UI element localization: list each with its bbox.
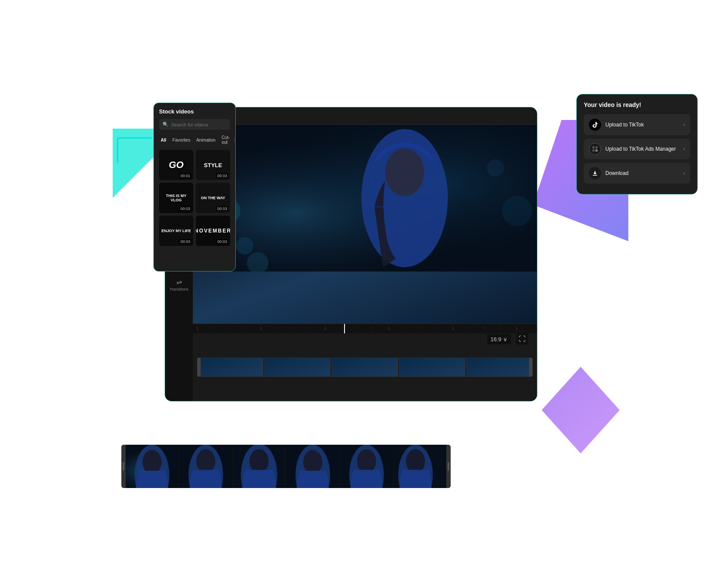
svg-rect-12 [595, 146, 598, 149]
film-frame [286, 445, 339, 488]
timeline-ruler [193, 324, 537, 333]
filter-cutout[interactable]: Cut-out [220, 134, 231, 146]
filter-dropdown[interactable]: ∨ [234, 137, 236, 143]
video-background [193, 125, 537, 272]
timeline-track [193, 333, 537, 401]
transitions-icon: ⇌ [176, 278, 182, 286]
arrow-icon: › [683, 122, 685, 128]
aspect-ratio-dropdown-icon: ∨ [503, 336, 507, 343]
thumb-text: STYLE [202, 160, 224, 170]
thumb-text: THIS IS MY VLOG [159, 192, 193, 204]
filter-animation[interactable]: Animation [195, 137, 217, 143]
thumb-duration: 00:01 [179, 173, 192, 178]
timeline-area [193, 323, 537, 401]
handle-grip [448, 462, 449, 471]
ruler-marks [197, 327, 533, 330]
video-preview [193, 125, 537, 323]
sidebar-item-transitions[interactable]: ⇌ Transitions [168, 274, 190, 296]
thumb-text: NOVEMBER [196, 228, 230, 234]
thumb-duration: 00:03 [216, 239, 228, 244]
thumb-text: GO [169, 159, 183, 171]
film-frame [179, 445, 232, 488]
stock-thumb-go[interactable]: GO 00:01 [159, 150, 193, 180]
content-area: 16:9 ∨ ⛶ [193, 125, 537, 401]
aspect-ratio-value: 16:9 [491, 336, 501, 343]
stock-search-bar[interactable]: 🔍 [159, 119, 230, 130]
download-label: Download [605, 170, 628, 176]
clip-thumb [264, 358, 331, 377]
film-frame [340, 445, 393, 488]
svg-point-22 [196, 449, 215, 473]
film-strip-handle-right[interactable] [446, 445, 451, 488]
upload-tiktok-button[interactable]: Upload to TikTok › [584, 114, 690, 135]
search-input[interactable] [171, 122, 231, 127]
stock-thumb-enjoy[interactable]: ENJOY MY LIFE 00:03 [159, 216, 193, 246]
clip-thumb [332, 358, 398, 377]
svg-rect-14 [595, 149, 598, 152]
svg-point-7 [487, 159, 504, 177]
stock-panel-title: Stock videos [159, 108, 230, 115]
filter-bar: All Favorites Animation Cut-out ∨ [159, 134, 230, 146]
upload-tiktok-ads-label: Upload to TikTok Ads Manager [605, 146, 676, 152]
thumb-duration: 00:03 [216, 173, 228, 178]
frame-image [179, 445, 232, 488]
bg-shape-purple2 [542, 367, 620, 453]
timeline-clip [197, 358, 533, 377]
filter-favorites[interactable]: Favorites [171, 137, 192, 143]
film-frame [393, 445, 446, 488]
aspect-controls: 16:9 ∨ ⛶ [487, 333, 528, 345]
download-button[interactable]: Download › [584, 163, 690, 184]
upload-tiktok-label: Upload to TikTok [605, 122, 644, 128]
thumb-text: ENJOY MY LIFE [159, 227, 192, 235]
stock-thumb-style[interactable]: STYLE 00:03 [196, 150, 230, 180]
filter-all[interactable]: All [159, 137, 168, 143]
svg-point-28 [303, 450, 322, 474]
thumb-duration: 00:03 [179, 239, 192, 244]
svg-rect-13 [592, 149, 595, 152]
stock-thumb-vlog[interactable]: THIS IS MY VLOG 00:03 [159, 183, 193, 213]
ready-popup-title: Your video is ready! [584, 101, 690, 108]
arrow-icon: › [683, 146, 685, 152]
film-frame [233, 445, 286, 488]
scene-wrapper: Player ▦ Media ⊞ Stockvideos ◎ Audio T [126, 85, 602, 497]
fullscreen-icon: ⛶ [519, 335, 526, 343]
svg-rect-15 [593, 175, 597, 176]
clip-thumb [197, 358, 263, 377]
frame-image [286, 445, 339, 488]
arrow-icon: › [683, 170, 685, 176]
film-strip-handle-left[interactable] [121, 445, 126, 488]
teal-corner-decoration [117, 137, 152, 163]
tiktok-ads-icon [589, 143, 601, 155]
tiktok-icon [589, 119, 601, 131]
svg-point-10 [385, 149, 424, 196]
handle-grip [123, 462, 124, 471]
svg-point-25 [250, 449, 269, 473]
ready-popup: Your video is ready! Upload to TikTok › [576, 94, 698, 194]
clip-handle-left[interactable] [197, 358, 201, 377]
film-strip-frames [126, 445, 446, 488]
download-icon [589, 167, 601, 179]
svg-rect-11 [592, 146, 595, 149]
stock-thumb-november[interactable]: NOVEMBER 00:03 [196, 216, 230, 246]
frame-image [393, 445, 446, 488]
aspect-ratio-button[interactable]: 16:9 ∨ [487, 334, 511, 344]
svg-point-19 [143, 450, 162, 474]
timeline-playhead[interactable] [344, 324, 345, 333]
thumb-duration: 00:03 [216, 206, 228, 211]
frame-image [340, 445, 393, 488]
fullscreen-button[interactable]: ⛶ [516, 333, 528, 345]
clip-thumb [399, 358, 465, 377]
transitions-label: Transitions [169, 287, 188, 292]
svg-point-31 [357, 449, 376, 473]
svg-point-34 [406, 449, 425, 473]
clip-handle-right[interactable] [529, 358, 533, 377]
svg-point-8 [502, 196, 532, 226]
clip-thumb [466, 358, 533, 377]
stock-thumb-ontheway[interactable]: ON THE WAY 00:03 [196, 183, 230, 213]
search-icon: 🔍 [162, 122, 169, 127]
frame-image [126, 445, 179, 488]
film-strip [121, 445, 451, 488]
frame-image [233, 445, 286, 488]
upload-tiktok-ads-button[interactable]: Upload to TikTok Ads Manager › [584, 139, 690, 159]
thumb-text: ON THE WAY [199, 194, 227, 202]
